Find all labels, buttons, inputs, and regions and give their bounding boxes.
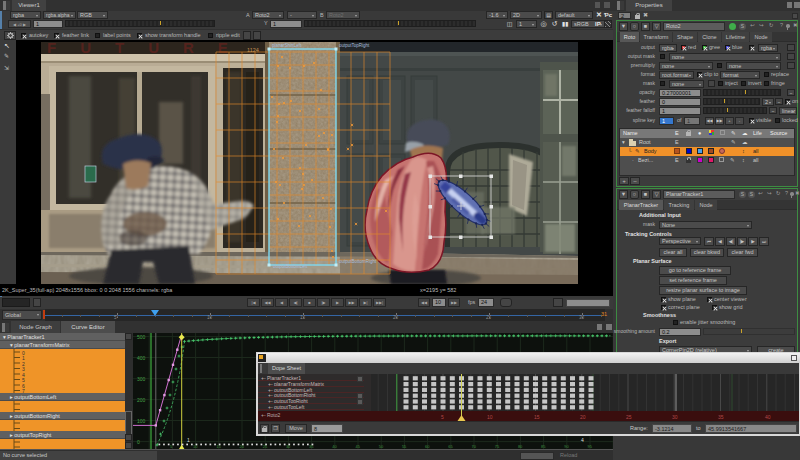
svg-text:100: 100 — [137, 418, 146, 424]
svg-text:15: 15 — [534, 414, 540, 420]
svg-text:planarShirtLeft: planarShirtLeft — [272, 43, 302, 48]
svg-text:300: 300 — [137, 376, 146, 382]
svg-text:1: 1 — [187, 437, 190, 443]
svg-text:20: 20 — [580, 414, 586, 420]
svg-text:4: 4 — [581, 437, 584, 443]
svg-text:outputBottomRight: outputBottomRight — [339, 259, 377, 264]
svg-text:0: 0 — [137, 439, 140, 445]
svg-text:30: 30 — [672, 414, 678, 420]
svg-text:5: 5 — [441, 414, 444, 420]
svg-text:35: 35 — [718, 414, 724, 420]
svg-text:40: 40 — [765, 414, 771, 420]
svg-text:FUTURE: FUTURE — [47, 42, 252, 56]
svg-text:200: 200 — [137, 397, 146, 403]
svg-text:1124: 1124 — [247, 47, 259, 53]
svg-text:outputBottomLeft: outputBottomLeft — [273, 264, 308, 269]
svg-text:10: 10 — [487, 414, 493, 420]
svg-text:500: 500 — [137, 334, 146, 340]
svg-text:400: 400 — [137, 355, 146, 361]
svg-text:outputTopRight: outputTopRight — [339, 43, 370, 48]
svg-text:25: 25 — [626, 414, 632, 420]
svg-text:7: 7 — [22, 388, 25, 394]
